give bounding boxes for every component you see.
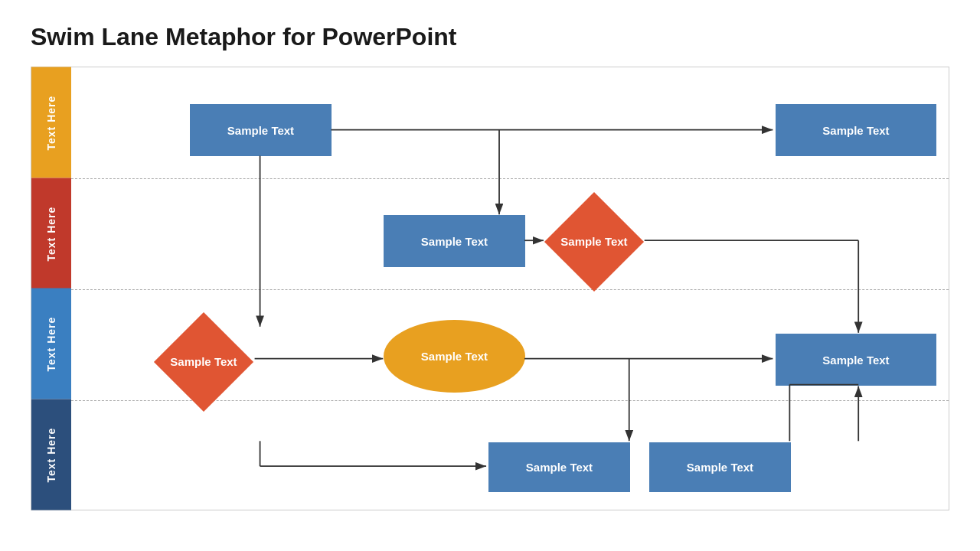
lanes-labels: Text Here Text Here Text Here Text Here bbox=[31, 67, 71, 510]
page-title: Swim Lane Metaphor for PowerPoint bbox=[31, 23, 457, 51]
rect-2: Sample Text bbox=[776, 104, 936, 156]
lane-label-4: Text Here bbox=[31, 399, 71, 510]
rect-5: Sample Text bbox=[488, 442, 630, 492]
rect-1: Sample Text bbox=[190, 104, 332, 156]
diagram: Text Here Text Here Text Here Text Here … bbox=[31, 67, 949, 510]
lane-label-3: Text Here bbox=[31, 289, 71, 399]
lane-label-2: Text Here bbox=[31, 178, 71, 289]
diagram-content: Sample Text Sample Text Sample Text Samp… bbox=[71, 67, 949, 510]
ellipse-1: Sample Text bbox=[384, 320, 525, 393]
lane-label-1: Text Here bbox=[31, 67, 71, 178]
lane-divider-2 bbox=[71, 289, 949, 290]
lane-divider-1 bbox=[71, 178, 949, 179]
rect-6: Sample Text bbox=[649, 442, 791, 492]
diamond-2: Sample Text bbox=[154, 320, 253, 404]
diamond-1: Sample Text bbox=[544, 200, 644, 284]
rect-3: Sample Text bbox=[384, 215, 525, 267]
rect-4: Sample Text bbox=[776, 334, 936, 386]
